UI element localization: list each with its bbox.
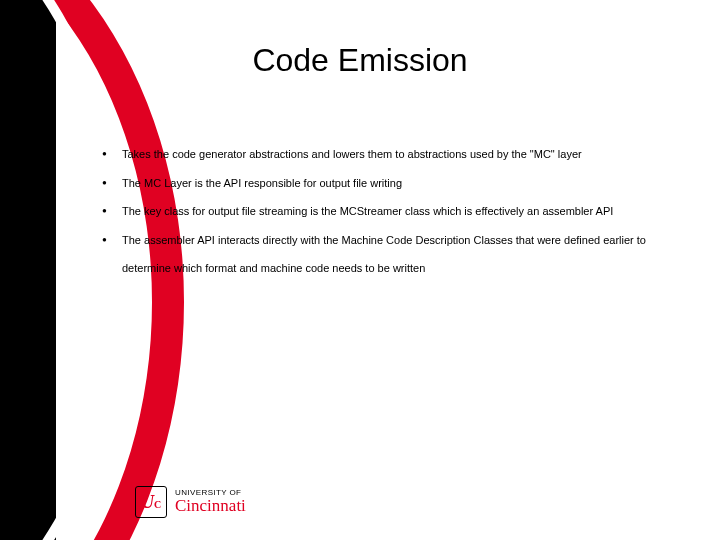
- bullet-item: The MC Layer is the API responsible for …: [100, 169, 690, 198]
- bullet-item: The assembler API interacts directly wit…: [100, 226, 690, 283]
- bullet-item: Takes the code generator abstractions an…: [100, 140, 690, 169]
- logo-mark-text: UC: [141, 493, 161, 511]
- bullet-list: Takes the code generator abstractions an…: [100, 140, 690, 283]
- bullet-item: The key class for output file streaming …: [100, 197, 690, 226]
- slide: Code Emission Takes the code generator a…: [0, 0, 720, 540]
- logo-mark-icon: UC: [135, 486, 167, 518]
- university-logo: UC UNIVERSITY OF Cincinnati: [135, 486, 246, 518]
- logo-line2: Cincinnati: [175, 497, 246, 515]
- slide-body: Takes the code generator abstractions an…: [100, 140, 690, 283]
- slide-title: Code Emission: [0, 42, 720, 79]
- logo-text: UNIVERSITY OF Cincinnati: [175, 489, 246, 515]
